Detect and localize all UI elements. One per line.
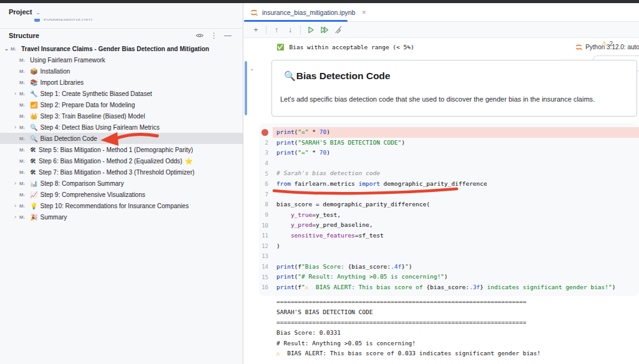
line-number-gutter[interactable]: 6 <box>259 181 273 187</box>
output-text: SARAH'S BIAS DETECTION CODE <box>276 309 373 315</box>
tree-item-label: Step 3: Train Baseline (Biased) Model <box>40 113 145 120</box>
line-number-gutter[interactable]: 5 <box>259 171 273 177</box>
add-cell-button[interactable]: ＋ <box>249 24 263 36</box>
line-number-gutter[interactable]: 16 <box>259 284 273 290</box>
expand-chevron-icon[interactable]: ⌄ <box>2 46 11 52</box>
section-emoji-icon: 🔍 <box>30 124 37 131</box>
structure-tree-item[interactable]: ›M↓🔧Step 1: Create Synthetic Biased Data… <box>0 88 243 99</box>
expand-chevron-icon[interactable]: › <box>11 203 19 209</box>
line-number-gutter[interactable]: 3 <box>259 150 273 156</box>
hide-panel-icon[interactable]: — <box>224 31 232 40</box>
code-text: # Sarah's bias detection code <box>273 168 639 179</box>
markdown-cell[interactable]: 🔍 Bias Detection Code Let's add specific… <box>271 60 637 117</box>
structure-tree-item[interactable]: M↓Using Fairlearn Framework <box>0 54 243 65</box>
line-number-gutter[interactable]: 14 <box>259 264 273 270</box>
notebook-toolbar: ＋ ↑ ↓ Python 3.12.0: auto-st <box>244 22 639 38</box>
structure-tree-item[interactable]: M↓🛠Step 5: Bias Mitigation - Method 1 (D… <box>0 144 243 155</box>
code-line: 2print("SARAH'S BIAS DETECTION CODE") <box>259 138 639 148</box>
code-token: # Sarah's bias detection code <box>276 170 380 176</box>
markdown-cell-icon: M↓ <box>19 80 30 85</box>
structure-tree-item[interactable]: ›M↓🎉Summary <box>0 211 243 223</box>
expand-chevron-icon[interactable]: › <box>11 90 19 97</box>
star-icon: ⭐ <box>185 158 192 165</box>
view-options-eye-icon[interactable] <box>195 31 204 40</box>
tree-item-label: Step 9: Comprehensive Visualizations <box>40 191 145 198</box>
collapse-cell-chevron-icon[interactable]: ⌄ <box>250 65 255 72</box>
success-icon: ✅ <box>276 44 284 50</box>
output-line: ⚠ BIAS ALERT: This bias score of 0.033 i… <box>276 348 540 358</box>
run-cell-button[interactable] <box>304 24 318 36</box>
inspections-widget[interactable]: ⚠ 2 <box>602 40 613 48</box>
move-cell-down-button[interactable]: ↓ <box>283 24 297 36</box>
chevron-down-icon[interactable]: ⌄ <box>36 9 41 16</box>
line-number-gutter[interactable]: 8 <box>259 201 273 208</box>
move-cell-up-button[interactable]: ↑ <box>270 24 283 36</box>
more-options-kebab-icon[interactable]: ⋮ <box>210 31 218 40</box>
code-line: 5# Sarah's bias detection code <box>259 168 639 179</box>
structure-tree-item[interactable]: M↓📈Step 9: Comprehensive Visualizations <box>0 189 243 200</box>
file-icon <box>34 19 40 22</box>
markdown-cell-icon: M↓ <box>19 214 30 220</box>
structure-tree-item[interactable]: ⌄M↓Travel Insurance Claims - Gender Bias… <box>0 43 243 54</box>
code-token: demographic_parity_difference <box>380 180 487 187</box>
structure-tree-item[interactable]: M↓👑Step 3: Train Baseline (Biased) Model <box>0 110 243 122</box>
structure-tree-item[interactable]: ›M↓💡Step 10: Recommendations for Insuran… <box>0 200 243 211</box>
expand-chevron-icon[interactable]: › <box>11 180 19 186</box>
code-token: print <box>276 263 295 270</box>
section-emoji-icon: 📊 <box>30 180 37 187</box>
clear-outputs-broom-icon[interactable] <box>331 24 345 36</box>
line-number-gutter[interactable]: 12 <box>259 243 273 249</box>
code-line: 10 y_pred=y_pred_baseline, <box>259 220 639 231</box>
line-number-gutter[interactable]: 13 <box>259 253 273 259</box>
line-number-gutter[interactable]: 2 <box>259 140 273 146</box>
structure-tree-item[interactable]: M↓🔍Bias Detection Code <box>0 133 243 144</box>
line-number-gutter[interactable]: 4 <box>259 160 273 166</box>
code-token: fairlearn.metrics <box>291 180 359 187</box>
tab-insurance-bias-mitigation[interactable]: insurance_bias_mitigation.ipynb ✕ <box>244 3 373 22</box>
line-number-gutter[interactable]: 7 <box>259 191 273 198</box>
structure-tree-item[interactable]: M↓🛠Step 7: Bias Mitigation - Method 3 (T… <box>0 166 243 178</box>
code-cell-editor[interactable]: print("=" * 70)2print("SARAH'S BIAS DETE… <box>259 123 639 296</box>
line-number-gutter[interactable]: 11 <box>259 232 273 239</box>
project-tree-clipped-row[interactable]: visualizations.htm <box>0 19 243 28</box>
expand-chevron-icon[interactable]: › <box>11 124 19 130</box>
markdown-cell-icon: M↓ <box>19 57 30 63</box>
tab-close-icon[interactable]: ✕ <box>361 9 366 16</box>
code-token <box>276 232 291 239</box>
code-token: print <box>276 273 295 280</box>
code-line: 9 y_true=y_test, <box>259 210 639 221</box>
output-line: # Result: Anything >0.05 is concerning! <box>276 338 540 348</box>
line-number-gutter[interactable]: 10 <box>259 223 273 229</box>
structure-tree-item[interactable]: M↓📚Import Libraries <box>0 77 243 88</box>
code-token <box>276 221 291 228</box>
markdown-cell-icon: M↓ <box>11 46 21 52</box>
structure-tree-item[interactable]: M↓🛠Step 6: Bias Mitigation - Method 2 (E… <box>0 155 243 166</box>
output-text: Bias Score: 0.0331 <box>276 329 341 336</box>
code-token: sensitive_features <box>291 232 355 239</box>
code-line: 15print("# Result: Anything >0.05 is con… <box>259 272 639 282</box>
structure-tree-item[interactable]: M↓📦Installation <box>0 65 243 77</box>
code-lines: print("=" * 70)2print("SARAH'S BIAS DETE… <box>259 127 639 293</box>
code-text: print(f"⚠ BIAS ALERT: This bias score of… <box>273 282 639 293</box>
line-number-gutter[interactable]: 9 <box>259 212 273 218</box>
expand-chevron-icon[interactable]: › <box>11 214 19 220</box>
line-number-gutter[interactable]: 15 <box>259 274 273 280</box>
code-text: from fairlearn.metrics import demographi… <box>273 179 639 189</box>
jupyter-icon <box>575 43 583 51</box>
code-text: y_true=y_test, <box>273 210 639 221</box>
structure-tree-item[interactable]: M↓📶Step 2: Prepare Data for Modeling <box>0 99 243 110</box>
code-token: ) <box>409 263 412 270</box>
markdown-cell-icon: M↓ <box>19 125 30 130</box>
structure-tree-item[interactable]: ›M↓📊Step 8: Comparison Summary <box>0 178 243 189</box>
code-token: import <box>359 180 380 187</box>
structure-tree-item[interactable]: ›M↓🔍Step 4: Detect Bias Using Fairlearn … <box>0 122 243 133</box>
run-all-cells-button[interactable] <box>318 24 331 36</box>
section-emoji-icon: 📶 <box>30 102 37 108</box>
markdown-cell-icon: M↓ <box>19 102 30 108</box>
project-panel-header[interactable]: Project⌄ <box>9 8 41 16</box>
tree-item-label: Summary <box>40 214 67 221</box>
breakpoint-dot[interactable] <box>261 129 268 136</box>
tab-title: insurance_bias_mitigation.ipynb <box>262 9 355 16</box>
code-text: print("SARAH'S BIAS DETECTION CODE") <box>273 138 639 148</box>
tree-item-label: Bias Detection Code <box>40 135 97 142</box>
